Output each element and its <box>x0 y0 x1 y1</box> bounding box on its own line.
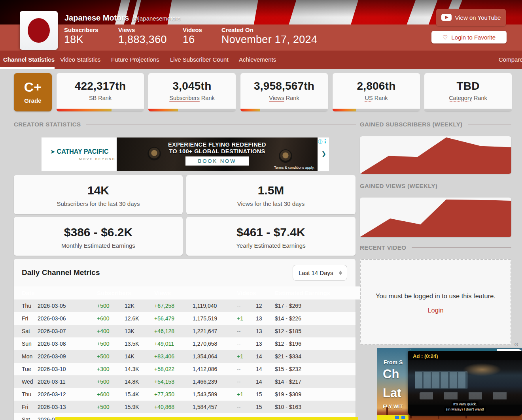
ad-headline-line2: TO 100+ GLOBAL DESTINATIONS <box>117 148 318 155</box>
ad-terms-text: Terms & conditions apply. <box>274 166 314 170</box>
section-divider <box>86 124 356 124</box>
rank-progress-fill <box>57 109 112 111</box>
cell-vid-change: +1 <box>237 391 256 397</box>
us-rank-key[interactable]: US <box>365 95 373 101</box>
ad-arrow-icon[interactable]: ❯ <box>321 150 326 157</box>
cell-vid-change: +1 <box>237 353 256 360</box>
tab-compare[interactable]: Compare <box>499 56 522 63</box>
yearly-earnings-label: Yearly Estimated Earnings <box>186 242 356 249</box>
gained-views-header: GAINED VIEWS (WEEKLY) <box>360 183 511 189</box>
cell-vid-total: 15 <box>256 391 275 397</box>
cell-earnings: $10 - $163 <box>275 404 356 410</box>
rank-progress-fill <box>148 109 178 111</box>
category-rank-key[interactable]: Category <box>449 95 472 101</box>
table-row[interactable]: Thu2026-03-05+50012K+67,2581,119,040--12… <box>14 299 356 312</box>
cell-view-total: 1,584,457 <box>193 404 237 410</box>
cell-sub-total: 15.4K <box>125 391 154 397</box>
display-ad-banner[interactable]: ➤CATHAY PACIFIC MOVE BEYOND EXPERIENCE F… <box>41 137 329 171</box>
book-now-button[interactable]: BOOK NOW <box>185 156 249 166</box>
table-row[interactable]: Sat2026-03-07+40013K+46,1281,221,647--13… <box>14 325 356 337</box>
rank-progress-track <box>240 109 328 111</box>
cell-view-total: 1,175,519 <box>193 315 237 322</box>
subtitle-line2: (in Malay) I don't want! <box>444 407 485 412</box>
tab-future-projections[interactable]: Future Projections <box>111 56 159 63</box>
cell-day: Fri <box>22 404 38 410</box>
cell-date: 2026-03-06 <box>38 315 97 322</box>
subscribers-rank-key[interactable]: Subscribers <box>169 95 200 101</box>
ad-headline-line1: EXPERIENCE FLYING REDEFINED <box>117 141 318 148</box>
cell-sub-change: +600 <box>97 391 125 397</box>
video-ad-player[interactable]: Ad : (0:24) It's very quick. (in Malay) … <box>408 349 522 416</box>
login-to-favorite-button[interactable]: ♡ Login to Favorite <box>431 31 507 43</box>
gained-subscribers-label: GAINED SUBSCRIBERS (WEEKLY) <box>360 121 462 128</box>
gained-views-chart[interactable] <box>360 198 511 237</box>
cell-vid-total: 13 <box>256 315 275 322</box>
cell-vid-change: -- <box>237 341 256 347</box>
cell-sub-total: 13K <box>125 328 154 334</box>
cell-vid-total: 14 <box>256 366 275 372</box>
views-rank-value: 3,958,567th <box>240 80 328 92</box>
gained-subscribers-chart[interactable] <box>360 136 511 174</box>
ad-progress-bar <box>408 349 522 351</box>
login-to-favorite-label: Login to Favorite <box>451 34 496 41</box>
tab-live-subscriber-count[interactable]: Live Subscriber Count <box>170 56 229 63</box>
cell-view-total: 1,466,239 <box>193 379 237 385</box>
date-range-select[interactable]: Last 14 Days <box>293 265 347 281</box>
views-rank-key[interactable]: Views <box>269 95 284 101</box>
cell-sub-total: 14K <box>125 353 154 360</box>
area-chart-svg <box>360 198 511 237</box>
col-date: Date <box>22 290 97 296</box>
ad-close-icon[interactable] <box>401 416 405 419</box>
created-on-label: Created On <box>221 26 253 33</box>
ad-options-icon[interactable]: ⋮ <box>323 138 328 144</box>
cell-date: 2026-03-13 <box>38 404 97 410</box>
us-rank-value: 2,806th <box>333 80 420 92</box>
cell-sub-change: +400 <box>97 328 125 334</box>
tab-channel-statistics[interactable]: Channel Statistics <box>3 56 55 63</box>
ad-attribution-icon[interactable]: ⊙ <box>514 341 518 347</box>
cell-date: 2026-03-07 <box>38 328 97 334</box>
hospital-beds <box>420 392 511 399</box>
cell-day: Fri <box>22 315 38 322</box>
table-row[interactable]: Mon2026-03-09+50014K+83,4061,354,064+114… <box>14 350 356 363</box>
table-row[interactable]: Fri2026-03-13+50015.9K+40,8681,584,457--… <box>14 401 356 413</box>
cell-sub-change: +500 <box>97 341 125 347</box>
table-row[interactable]: Wed2026-03-11+50014.8K+54,1531,466,239--… <box>14 375 356 388</box>
tab-achievements[interactable]: Achievements <box>239 56 276 63</box>
col-estimated-earnings: Estimated Earnings <box>275 290 363 296</box>
tab-video-statistics[interactable]: Video Statistics <box>60 56 100 63</box>
table-row[interactable]: Fri2026-03-06+60012.6K+56,4791,175,519+1… <box>14 312 356 325</box>
views-value: 1,883,360 <box>118 34 167 46</box>
cell-earnings: $14 - $226 <box>275 315 356 322</box>
view-on-youtube-button[interactable]: View on YouTube <box>436 9 506 26</box>
cell-earnings: $21 - $334 <box>275 353 356 360</box>
cell-date: 2026-03-05 <box>38 303 97 309</box>
table-row[interactable]: Sun2026-03-08+50013.5K+49,0111,270,658--… <box>14 337 356 350</box>
active-tab-indicator <box>0 67 55 69</box>
sb-rank-card: 422,317th SB Rank <box>57 73 144 111</box>
anchor-ad-top-edge[interactable] <box>55 417 358 420</box>
creator-statistics-header: CREATOR STATISTICS <box>14 121 356 128</box>
cell-sub-change: +500 <box>97 404 125 410</box>
ad-bottom-strip <box>377 415 409 420</box>
advertiser-tagline: MOVE BEYOND <box>79 157 116 161</box>
subscribers-rank-value: 3,045th <box>148 80 236 92</box>
rank-progress-fill <box>333 109 356 111</box>
ad-choices-icon[interactable] <box>395 416 399 419</box>
category-rank-value: TBD <box>424 80 512 92</box>
cell-view-total: 1,543,589 <box>193 391 237 397</box>
heart-icon: ♡ <box>443 34 448 40</box>
col-views: Views <box>154 290 237 296</box>
login-link[interactable]: Login <box>361 307 511 314</box>
table-row[interactable]: Tue2026-03-10+30014.3K+58,0221,412,086--… <box>14 363 356 375</box>
views-label: Views <box>118 26 135 33</box>
cell-earnings: $12 - $185 <box>275 328 356 334</box>
ad-info-icon[interactable]: ⓘ <box>318 139 323 145</box>
youtube-icon <box>441 14 452 21</box>
table-row[interactable]: Thu2026-03-12+60015.4K+77,3501,543,589+1… <box>14 388 356 401</box>
daily-channel-metrics-panel: Daily Channel Metrics Last 14 Days Date … <box>14 259 356 420</box>
videos-label: Videos <box>183 26 202 33</box>
cell-view-change: +56,479 <box>154 315 193 322</box>
cell-sub-change: +600 <box>97 315 125 322</box>
cell-sub-total: 14.3K <box>125 366 154 372</box>
